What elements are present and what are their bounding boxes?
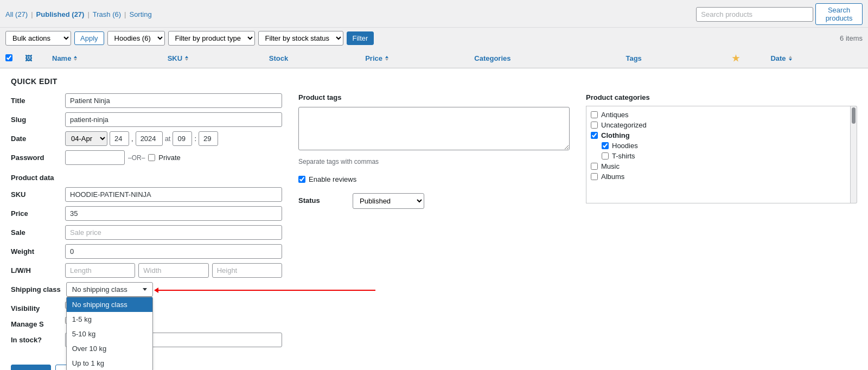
search-input[interactable] [696,7,813,22]
private-label[interactable]: Private [158,154,180,162]
length-input[interactable] [65,263,135,278]
sale-field-row: Sale [11,225,282,240]
category-clothing: Clothing [591,130,846,141]
bulk-actions-select[interactable]: Bulk actions Edit Move to Trash [5,31,71,46]
product-categories-section: Product categories Antiques [586,93,857,370]
stock-status-filter-select[interactable]: Filter by stock status In stock Out of s… [258,31,343,46]
categories-scrollbar[interactable] [851,106,857,203]
apply-button[interactable]: Apply [74,31,104,45]
date-sort-link[interactable]: Date [770,54,792,62]
category-albums-checkbox[interactable] [591,173,598,180]
date-min-input[interactable] [199,131,218,146]
scrollbar-thumb [852,107,856,124]
category-antiques-checkbox[interactable] [591,111,598,118]
category-tshirts: T-shirts [602,151,846,161]
date-day-input[interactable] [110,131,129,146]
lwh-label: L/W/H [11,263,60,275]
items-count: 6 items [840,34,863,42]
shipping-option-up-to-1kg[interactable]: Up to 1 kg [67,356,152,370]
image-icon: 🖼 [25,54,32,62]
width-input[interactable] [138,263,208,278]
category-uncategorized: Uncategorized [591,120,846,130]
tags-col-header: Tags [620,49,706,68]
category-music-checkbox[interactable] [591,163,598,170]
title-field-row: Title [11,93,282,108]
sku-field-row: SKU [11,187,282,202]
date-hour-input[interactable] [173,131,192,146]
shipping-option-1-5kg[interactable]: 1-5 kg [67,312,152,327]
price-input[interactable] [65,206,282,221]
private-checkbox[interactable] [148,154,155,161]
height-input[interactable] [212,263,282,278]
category-hoodies: Hoodies [602,141,846,151]
category-antiques: Antiques [591,110,846,120]
shipping-class-button[interactable]: No shipping class [66,282,153,297]
enable-reviews-checkbox[interactable] [298,176,305,183]
slug-field-row: Slug [11,112,282,127]
password-label: Password [11,150,60,162]
visibility-label: Visibility [11,301,60,312]
shipping-class-value: No shipping class [72,285,127,294]
search-products-button[interactable]: Search products [815,3,863,25]
sale-label: Sale [11,225,60,237]
hoodies-filter-select[interactable]: Hoodies (6) [107,31,165,46]
shipping-option-5-10kg[interactable]: 5-10 kg [67,327,152,341]
date-col-header[interactable]: Date [765,49,868,68]
shipping-option-no-shipping[interactable]: No shipping class [67,297,152,312]
product-type-filter-select[interactable]: Filter by product type Simple Variable G… [168,31,255,46]
sku-sort-link[interactable]: SKU [168,54,188,62]
date-label: Date [11,131,60,143]
password-field-row: Password –OR– Private [11,150,282,165]
name-col-header[interactable]: Name [47,49,162,68]
weight-field-row: Weight [11,244,282,259]
enable-reviews-label[interactable]: Enable reviews [309,175,356,183]
slug-input[interactable] [65,112,282,127]
sale-input[interactable] [65,225,282,240]
sku-input[interactable] [65,187,282,202]
price-field-row: Price [11,206,282,221]
tags-hint: Separate tags with commas [298,158,570,165]
weight-label: Weight [11,244,60,256]
shipping-option-over-10kg[interactable]: Over 10 kg [67,341,152,356]
stock-col-header: Stock [264,49,360,68]
product-categories-title: Product categories [586,93,857,101]
select-all-col [0,49,20,68]
category-albums: Albums [591,171,846,182]
filter-link-trash[interactable]: Trash (6) [93,10,121,18]
svg-marker-1 [154,288,158,293]
product-tags-section: Product tags Separate tags with commas E… [298,93,570,370]
sku-label: SKU [11,187,60,199]
shipping-class-field-row: Shipping class No shipping class [11,282,282,297]
name-sort-link[interactable]: Name [52,54,77,62]
category-uncategorized-checkbox[interactable] [591,122,598,129]
title-label: Title [11,93,60,105]
filter-link-all[interactable]: All (27) [5,10,28,18]
sku-col-header[interactable]: SKU [162,49,264,68]
category-hoodies-checkbox[interactable] [602,142,609,149]
select-all-checkbox[interactable] [5,54,12,61]
title-input[interactable] [65,93,282,108]
status-select[interactable]: Published Draft Pending Review Private [353,193,424,209]
price-sort-link[interactable]: Price [365,54,388,62]
image-col-header: 🖼 [20,49,47,68]
lwh-field-row: L/W/H [11,263,282,278]
product-tags-textarea[interactable] [298,107,570,150]
shipping-dropdown-arrow-icon [143,288,147,291]
category-clothing-checkbox[interactable] [591,132,598,139]
password-input[interactable] [65,150,125,165]
shipping-class-dropdown-menu: No shipping class 1-5 kg 5-10 kg Over 10… [66,297,153,370]
update-button[interactable]: Update [11,365,51,370]
status-field-row: Status Published Draft Pending Review Pr… [298,193,570,209]
date-month-select[interactable]: 04-Apr 01-Jan02-Feb03-Mar 05-May06-Jun [65,131,107,146]
date-field-row: Date 04-Apr 01-Jan02-Feb03-Mar 05-May06-… [11,131,282,146]
manage-stock-label: Manage S [11,317,60,328]
filter-link-published[interactable]: Published (27) [36,10,85,18]
category-tshirts-checkbox[interactable] [602,152,609,160]
weight-input[interactable] [65,244,282,259]
categories-list: Antiques Uncategorized [586,106,851,203]
date-year-input[interactable] [136,131,163,146]
filter-link-sorting[interactable]: Sorting [129,10,151,18]
price-col-header[interactable]: Price [360,49,469,68]
filter-button[interactable]: Filter [347,31,374,45]
price-label: Price [11,206,60,218]
